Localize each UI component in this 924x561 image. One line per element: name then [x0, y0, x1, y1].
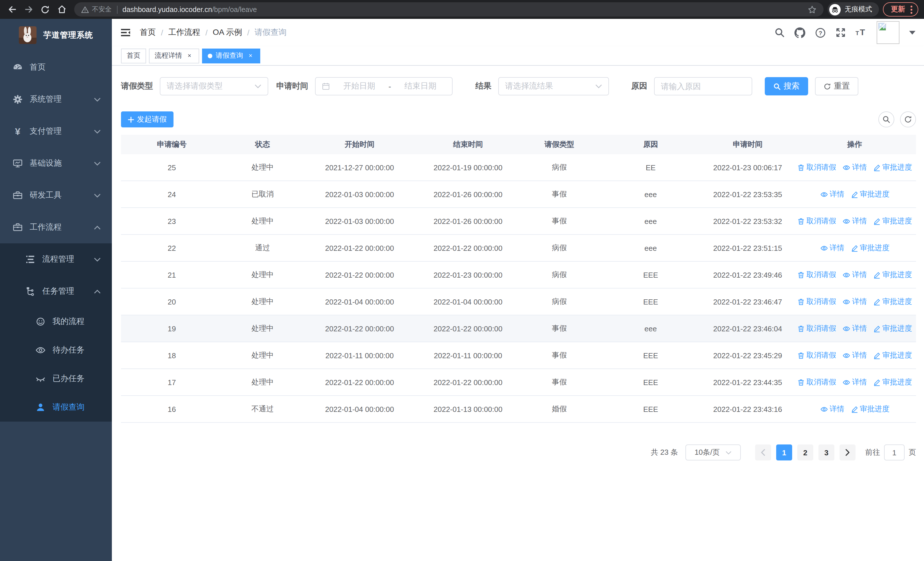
- logo-image: [19, 26, 36, 44]
- detail-action-link[interactable]: 详情: [842, 162, 867, 173]
- breadcrumb-item[interactable]: OA 示例: [213, 27, 242, 38]
- delete-icon: [797, 164, 805, 171]
- delete-icon: [797, 379, 805, 386]
- cancel-action-link[interactable]: 取消请假: [797, 350, 836, 361]
- detail-action-link[interactable]: 详情: [820, 404, 844, 414]
- page-button-3[interactable]: 3: [818, 444, 834, 460]
- home-icon[interactable]: [56, 3, 68, 16]
- sidebar-item-支付管理[interactable]: ¥支付管理: [0, 116, 112, 147]
- view-icon: [842, 271, 850, 278]
- app-logo[interactable]: 芋道管理系统: [0, 19, 112, 51]
- page-button-2[interactable]: 2: [797, 444, 813, 460]
- github-icon[interactable]: [795, 27, 805, 38]
- progress-action-link[interactable]: 审批进度: [873, 323, 912, 334]
- sidebar-item-首页[interactable]: 首页: [0, 51, 112, 83]
- page-button-1[interactable]: 1: [776, 444, 792, 460]
- detail-action-link[interactable]: 详情: [842, 296, 867, 307]
- sidebar-item-研发工具[interactable]: 研发工具: [0, 179, 112, 211]
- search-icon[interactable]: [774, 27, 785, 38]
- apply-time-range-picker[interactable]: 开始日期 - 结束日期: [315, 77, 453, 95]
- view-icon: [842, 325, 850, 332]
- fullscreen-icon[interactable]: [836, 27, 846, 38]
- sidebar-item-label: 基础设施: [30, 158, 62, 168]
- sidebar-item-请假查询[interactable]: 请假查询: [0, 393, 112, 422]
- reload-icon[interactable]: [39, 3, 51, 16]
- detail-action-link[interactable]: 详情: [820, 189, 844, 199]
- progress-action-link[interactable]: 审批进度: [873, 350, 912, 361]
- sidebar-item-已办任务[interactable]: 已办任务: [0, 364, 112, 393]
- cell-reason: EE: [599, 163, 702, 171]
- incognito-icon: [829, 4, 841, 15]
- page-size-select[interactable]: 10条/页: [686, 444, 741, 460]
- table-search-toggle-icon[interactable]: [878, 111, 894, 127]
- detail-action-link[interactable]: 详情: [842, 216, 867, 226]
- create-leave-button[interactable]: 发起请假: [121, 111, 174, 127]
- progress-action-link[interactable]: 审批进度: [873, 162, 912, 173]
- chevron-down-icon: [94, 161, 101, 166]
- progress-action-link[interactable]: 审批进度: [850, 404, 890, 414]
- cell-end: 2022-01-22 00:00:00: [417, 244, 519, 252]
- search-button[interactable]: 搜索: [765, 77, 808, 95]
- detail-action-link[interactable]: 详情: [842, 270, 867, 280]
- progress-action-link[interactable]: 审批进度: [873, 296, 912, 307]
- cancel-action-link[interactable]: 取消请假: [797, 296, 836, 307]
- goto-page-input[interactable]: [884, 444, 904, 460]
- cancel-action-link[interactable]: 取消请假: [797, 323, 836, 334]
- cancel-action-link[interactable]: 取消请假: [797, 216, 836, 226]
- breadcrumb-item[interactable]: 工作流程: [168, 27, 200, 38]
- bookmark-star-icon[interactable]: [808, 5, 817, 14]
- progress-action-link[interactable]: 审批进度: [873, 270, 912, 280]
- font-size-icon[interactable]: TT: [855, 27, 867, 38]
- column-header-请假类型: 请假类型: [519, 139, 599, 150]
- detail-action-link[interactable]: 详情: [842, 377, 867, 387]
- view-icon: [842, 298, 850, 305]
- user-menu-caret-icon[interactable]: [909, 30, 915, 35]
- chrome-menu-icon[interactable]: [910, 5, 913, 14]
- close-icon[interactable]: ×: [246, 52, 255, 60]
- leave-type-select[interactable]: 请选择请假类型: [160, 77, 268, 95]
- cancel-action-link[interactable]: 取消请假: [797, 377, 836, 387]
- cell-apply_time: 2022-01-22 23:53:35: [702, 190, 793, 199]
- progress-action-link[interactable]: 审批进度: [850, 243, 890, 253]
- next-page-button[interactable]: [840, 444, 855, 460]
- progress-action-link[interactable]: 审批进度: [873, 216, 912, 226]
- back-icon[interactable]: [6, 3, 18, 16]
- sidebar-item-我的流程[interactable]: 我的流程: [0, 307, 112, 336]
- view-icon: [820, 244, 828, 252]
- flow-icon: [25, 286, 35, 296]
- sidebar-item-系统管理[interactable]: 系统管理: [0, 83, 112, 116]
- cancel-action-link[interactable]: 取消请假: [797, 270, 836, 280]
- table-row: 19处理中2022-01-22 00:00:002022-01-22 00:00…: [121, 315, 916, 342]
- detail-action-link[interactable]: 详情: [842, 350, 867, 361]
- sidebar-item-待办任务[interactable]: 待办任务: [0, 336, 112, 364]
- update-button[interactable]: 更新: [883, 2, 918, 17]
- help-icon[interactable]: ?: [815, 27, 826, 38]
- forward-icon[interactable]: [22, 3, 35, 16]
- progress-action-link[interactable]: 审批进度: [873, 377, 912, 387]
- detail-action-link[interactable]: 详情: [820, 243, 844, 253]
- result-select[interactable]: 请选择流结果: [498, 77, 609, 95]
- sidebar-collapse-icon[interactable]: [120, 27, 131, 38]
- close-icon[interactable]: ×: [186, 52, 194, 60]
- breadcrumb-item[interactable]: 首页: [140, 27, 156, 38]
- tab-首页[interactable]: 首页: [121, 48, 146, 63]
- sidebar-item-工作流程[interactable]: 工作流程: [0, 211, 112, 244]
- table-refresh-icon[interactable]: [900, 111, 916, 127]
- url-bar[interactable]: 不安全 dashboard.yudao.iocoder.cn/bpm/oa/le…: [74, 2, 824, 17]
- tab-请假查询[interactable]: 请假查询×: [202, 48, 260, 63]
- topbar-actions: ? TT: [774, 21, 915, 44]
- progress-action-link[interactable]: 审批进度: [850, 189, 890, 199]
- security-warning[interactable]: 不安全: [81, 5, 112, 14]
- sidebar-item-流程管理[interactable]: 流程管理: [0, 244, 112, 275]
- sidebar-item-任务管理[interactable]: 任务管理: [0, 275, 112, 307]
- url-text[interactable]: dashboard.yudao.iocoder.cn/bpm/oa/leave: [122, 5, 257, 14]
- cancel-action-link[interactable]: 取消请假: [797, 162, 836, 173]
- sidebar-item-基础设施[interactable]: 基础设施: [0, 147, 112, 179]
- reason-input[interactable]: [654, 77, 752, 95]
- row-actions: 取消请假详情审批进度: [793, 377, 916, 387]
- avatar[interactable]: [877, 21, 900, 44]
- detail-action-link[interactable]: 详情: [842, 323, 867, 334]
- tab-流程详情[interactable]: 流程详情×: [149, 48, 199, 63]
- reset-button[interactable]: 重置: [815, 77, 858, 95]
- prev-page-button[interactable]: [755, 444, 771, 460]
